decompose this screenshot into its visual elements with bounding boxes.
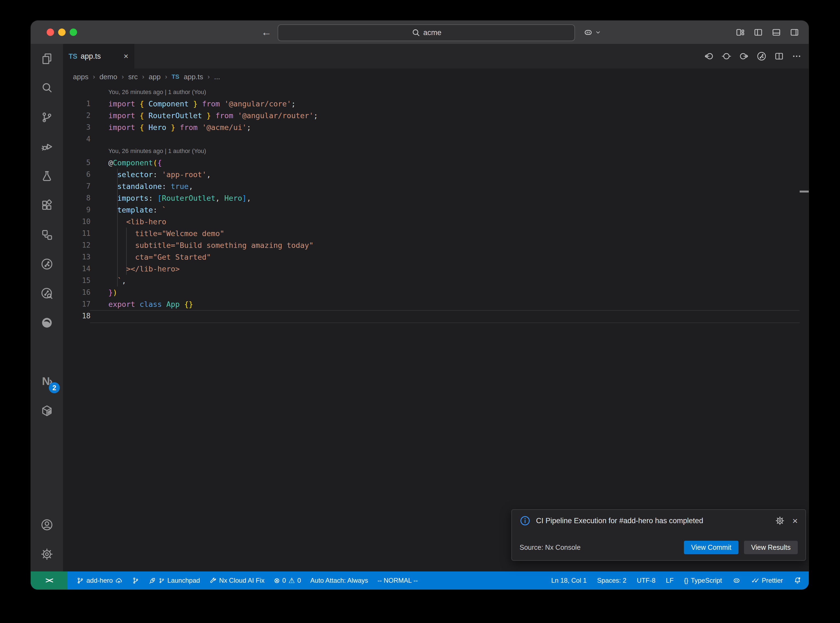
launchpad-button[interactable]: Launchpad bbox=[149, 577, 200, 584]
gitlens-inspect-icon bbox=[41, 287, 53, 300]
code-line-4[interactable]: 4 bbox=[63, 133, 800, 145]
typescript-file-icon: TS bbox=[172, 73, 180, 80]
settings-button[interactable] bbox=[31, 539, 63, 569]
notifications-bell-button[interactable] bbox=[793, 576, 802, 585]
zoom-window-button[interactable] bbox=[70, 29, 77, 36]
codelens-text[interactable]: You, 26 minutes ago | 1 author (You) bbox=[108, 86, 206, 98]
sidebar-item-run-debug[interactable] bbox=[31, 132, 63, 161]
language-mode-status[interactable]: {} TypeScript bbox=[684, 577, 722, 584]
line-number: 13 bbox=[63, 251, 91, 263]
customize-layout-button[interactable] bbox=[735, 28, 745, 37]
notification-close-icon[interactable]: × bbox=[792, 516, 798, 526]
encoding-status[interactable]: UTF-8 bbox=[637, 577, 656, 584]
accounts-button[interactable] bbox=[31, 510, 63, 539]
code-text: }) bbox=[108, 287, 117, 298]
codelens-text[interactable]: You, 26 minutes ago | 1 author (You) bbox=[108, 145, 206, 157]
code-text: template: ` bbox=[108, 204, 166, 216]
nx-cloud-ai-fix-button[interactable]: Nx Cloud AI Fix bbox=[209, 577, 264, 584]
split-editor-button[interactable] bbox=[774, 51, 784, 61]
code-text: export class App {} bbox=[108, 298, 193, 310]
sidebar-item-linked-squares[interactable] bbox=[31, 220, 63, 249]
close-tab-icon[interactable]: × bbox=[123, 52, 128, 61]
command-center-search[interactable]: acme bbox=[278, 25, 575, 41]
copilot-status[interactable] bbox=[733, 576, 741, 585]
copilot-icon bbox=[583, 28, 593, 37]
line-number: 7 bbox=[63, 180, 91, 192]
code-line-6[interactable]: 6 selector: 'app-root', bbox=[63, 169, 800, 180]
sidebar-item-explorer[interactable] bbox=[31, 44, 63, 73]
copilot-menu-button[interactable] bbox=[583, 21, 601, 44]
sidebar-item-browser-tools[interactable] bbox=[31, 308, 63, 337]
code-line-13[interactable]: 13 cta="Get Started" bbox=[63, 251, 800, 263]
notification-settings-gear-icon[interactable] bbox=[775, 516, 785, 525]
breadcrumb-item[interactable]: demo bbox=[99, 73, 117, 81]
commit-graph-button[interactable] bbox=[132, 577, 139, 584]
navigate-back-button[interactable]: ← bbox=[261, 26, 272, 38]
breadcrumb-file[interactable]: app.ts bbox=[184, 73, 203, 81]
sidebar-item-containers[interactable] bbox=[31, 396, 63, 425]
code-line-7[interactable]: 7 standalone: true, bbox=[63, 180, 800, 192]
vim-mode-status[interactable]: -- NORMAL -- bbox=[378, 577, 418, 584]
line-number: 17 bbox=[63, 298, 91, 310]
code-line-5[interactable]: 5@Component({ bbox=[63, 157, 800, 169]
gitlens-graph-button[interactable] bbox=[757, 51, 766, 61]
code-text: import { Hero } from '@acme/ui'; bbox=[108, 121, 251, 133]
toggle-panel-button[interactable] bbox=[771, 28, 781, 37]
sidebar-item-testing[interactable] bbox=[31, 161, 63, 190]
indentation-status[interactable]: Spaces: 2 bbox=[597, 577, 627, 584]
code-line-9[interactable]: 9 template: ` bbox=[63, 204, 800, 216]
codelens-row[interactable]: You, 26 minutes ago | 1 author (You) bbox=[63, 86, 800, 98]
breadcrumb-separator: › bbox=[93, 73, 95, 81]
breadcrumb-item[interactable]: src bbox=[128, 73, 138, 81]
editor[interactable]: You, 26 minutes ago | 1 author (You)1imp… bbox=[63, 85, 809, 571]
toggle-secondary-sidebar-button[interactable] bbox=[789, 28, 799, 37]
window-controls bbox=[47, 29, 77, 36]
breadcrumb-item[interactable]: app bbox=[149, 73, 160, 81]
codelens-row[interactable]: You, 26 minutes ago | 1 author (You) bbox=[63, 145, 800, 157]
code-line-12[interactable]: 12 subtitle="Build something amazing tod… bbox=[63, 239, 800, 251]
close-window-button[interactable] bbox=[47, 29, 54, 36]
auto-attach-status[interactable]: Auto Attach: Always bbox=[310, 577, 368, 584]
eol-status[interactable]: LF bbox=[666, 577, 674, 584]
prettier-status[interactable]: ✓✓ Prettier bbox=[751, 577, 783, 585]
breadcrumb-symbol-ellipsis[interactable]: ... bbox=[214, 73, 220, 81]
warning-icon: ⚠ bbox=[288, 577, 295, 584]
code-line-1[interactable]: 1import { Component } from '@angular/cor… bbox=[63, 98, 800, 110]
editor-nav-stop-button[interactable] bbox=[722, 51, 731, 61]
code-line-18[interactable]: 18 bbox=[63, 310, 800, 322]
editor-back-button[interactable] bbox=[704, 51, 714, 61]
problems-status[interactable]: ⊗ 0 ⚠ 0 bbox=[274, 577, 301, 584]
breadcrumb-item[interactable]: apps bbox=[73, 73, 88, 81]
cursor-position-status[interactable]: Ln 18, Col 1 bbox=[551, 577, 587, 584]
sidebar-item-nx-console[interactable]: N› 2 bbox=[31, 367, 63, 396]
sidebar-item-gitlens-inspect[interactable] bbox=[31, 279, 63, 308]
double-check-icon: ✓✓ bbox=[751, 577, 757, 585]
tab-app-ts[interactable]: TS app.ts × bbox=[63, 44, 134, 69]
braces-icon: {} bbox=[684, 577, 688, 584]
code-line-16[interactable]: 16}) bbox=[63, 287, 800, 298]
code-text: standalone: true, bbox=[108, 180, 193, 192]
sidebar-item-extensions[interactable] bbox=[31, 190, 63, 220]
code-line-3[interactable]: 3import { Hero } from '@acme/ui'; bbox=[63, 121, 800, 133]
code-line-8[interactable]: 8 imports: [RouterOutlet, Hero], bbox=[63, 192, 800, 204]
editor-forward-button[interactable] bbox=[739, 51, 749, 61]
code-line-15[interactable]: 15 `, bbox=[63, 275, 800, 287]
more-actions-button[interactable] bbox=[792, 51, 802, 61]
remote-indicator[interactable]: >< bbox=[31, 571, 67, 589]
view-results-button[interactable]: View Results bbox=[744, 541, 798, 554]
git-branch-status[interactable]: add-hero bbox=[77, 577, 123, 584]
code-line-14[interactable]: 14 ></lib-hero> bbox=[63, 263, 800, 275]
extensions-icon bbox=[41, 199, 53, 212]
line-number: 14 bbox=[63, 263, 91, 275]
minimize-window-button[interactable] bbox=[58, 29, 66, 36]
view-commit-button[interactable]: View Commit bbox=[684, 541, 739, 554]
code-line-10[interactable]: 10 <lib-hero bbox=[63, 216, 800, 228]
sidebar-item-search[interactable] bbox=[31, 73, 63, 103]
sidebar-item-source-control[interactable] bbox=[31, 103, 63, 132]
code-line-17[interactable]: 17export class App {} bbox=[63, 298, 800, 310]
toggle-primary-sidebar-button[interactable] bbox=[753, 28, 763, 37]
sidebar-item-gitlens[interactable] bbox=[31, 249, 63, 279]
code-line-2[interactable]: 2import { RouterOutlet } from '@angular/… bbox=[63, 110, 800, 121]
breadcrumb-separator: › bbox=[207, 73, 210, 81]
code-line-11[interactable]: 11 title="Welcmoe demo" bbox=[63, 228, 800, 239]
